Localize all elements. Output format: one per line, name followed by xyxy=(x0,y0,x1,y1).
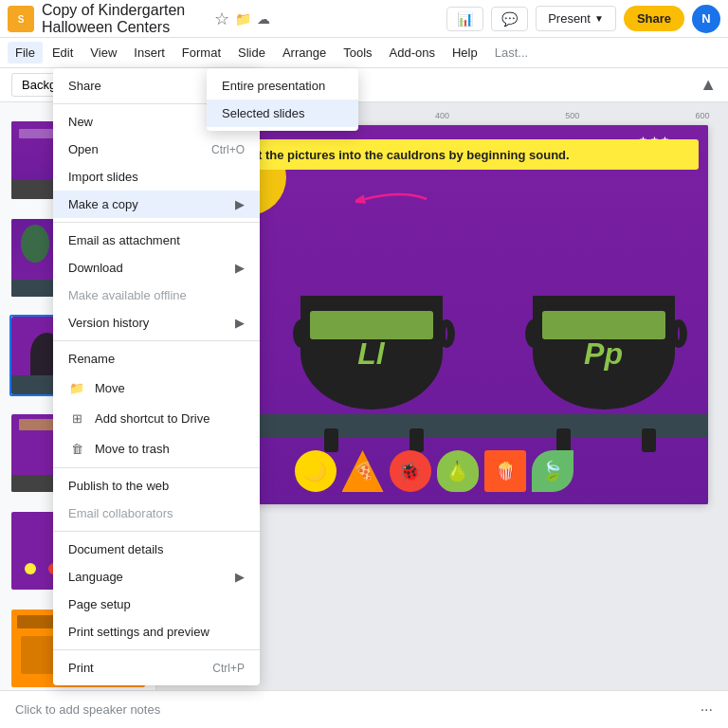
menu-bar: File Edit View Insert Format Slide Arran… xyxy=(0,38,728,68)
make-copy-arrow: ▶ xyxy=(235,197,245,211)
menu-rename[interactable]: Rename xyxy=(53,345,260,373)
speaker-notes[interactable]: Click to add speaker notes ··· xyxy=(0,690,728,728)
menu-sep-2 xyxy=(53,222,260,223)
menu-addons[interactable]: Add-ons xyxy=(382,42,443,64)
menu-add-shortcut[interactable]: ⊞ Add shortcut to Drive xyxy=(53,403,260,433)
move-icon: 📁 xyxy=(68,379,85,396)
app-icon: S xyxy=(8,6,34,32)
menu-print-settings[interactable]: Print settings and preview xyxy=(53,618,260,646)
menu-open[interactable]: Open Ctrl+O xyxy=(53,136,260,163)
menu-import[interactable]: Import slides xyxy=(53,163,260,191)
menu-doc-details[interactable]: Document details xyxy=(53,536,260,563)
drive-icon: ⊞ xyxy=(68,410,85,427)
download-arrow: ▶ xyxy=(235,261,245,275)
sort-item-4[interactable]: 🍐 xyxy=(437,450,479,492)
menu-last[interactable]: Last... xyxy=(487,42,536,64)
menu-format[interactable]: Format xyxy=(174,42,228,64)
sort-item-6[interactable]: 🍃 xyxy=(532,450,573,492)
menu-arrange[interactable]: Arrange xyxy=(275,42,334,64)
menu-help[interactable]: Help xyxy=(445,42,485,64)
collapse-icon[interactable]: ▲ xyxy=(700,75,717,95)
menu-slide[interactable]: Slide xyxy=(230,42,273,64)
menu-sep-3 xyxy=(53,340,260,341)
file-menu: Share New ▶ Open Ctrl+O Import slides Ma… xyxy=(53,68,260,685)
menu-trash[interactable]: 🗑 Move to trash xyxy=(53,433,260,464)
slide-instruction: Sort the pictures into the cauldrons by … xyxy=(237,148,569,162)
menu-sep-4 xyxy=(53,467,260,468)
sort-item-5[interactable]: 🍿 xyxy=(484,450,526,492)
svg-text:S: S xyxy=(18,14,25,25)
sort-item-1[interactable]: 🌙 xyxy=(295,450,337,492)
top-bar: S Copy of Kindergarten Halloween Centers… xyxy=(0,0,728,38)
trash-icon: 🗑 xyxy=(68,440,85,457)
menu-publish[interactable]: Publish to the web xyxy=(53,472,260,500)
menu-email-collab: Email collaborators xyxy=(53,500,260,527)
share-button[interactable]: Share xyxy=(624,6,684,31)
sort-item-2[interactable]: 🍕 xyxy=(342,450,384,492)
menu-version[interactable]: Version history ▶ xyxy=(53,309,260,337)
language-arrow: ▶ xyxy=(235,570,245,584)
title-icons: ☆ 📁 ☁ xyxy=(214,9,270,29)
menu-insert[interactable]: Insert xyxy=(126,42,173,64)
cloud-icon[interactable]: ☁ xyxy=(257,11,270,27)
activity-icon[interactable]: 📊 xyxy=(446,7,483,31)
menu-sep-6 xyxy=(53,649,260,650)
menu-edit[interactable]: Edit xyxy=(45,42,81,64)
menu-download[interactable]: Download ▶ xyxy=(53,254,260,282)
make-copy-submenu: Entire presentation Selected slides xyxy=(207,68,358,131)
submenu-selected-slides[interactable]: Selected slides xyxy=(207,100,358,127)
menu-offline: Make available offline xyxy=(53,282,260,309)
notes-collapse[interactable]: ··· xyxy=(701,701,713,719)
submenu-entire[interactable]: Entire presentation xyxy=(207,72,358,100)
folder-icon[interactable]: 📁 xyxy=(235,11,251,27)
menu-view[interactable]: View xyxy=(82,42,124,64)
star-icon[interactable]: ☆ xyxy=(214,9,229,29)
menu-file[interactable]: File xyxy=(8,42,43,64)
sort-item-3[interactable]: 🐞 xyxy=(390,450,431,492)
menu-move[interactable]: 📁 Move xyxy=(53,373,260,403)
menu-tools[interactable]: Tools xyxy=(336,42,379,64)
menu-make-copy[interactable]: Make a copy ▶ xyxy=(53,191,260,218)
menu-page-setup[interactable]: Page setup xyxy=(53,591,260,618)
version-arrow: ▶ xyxy=(235,316,245,330)
menu-sep-5 xyxy=(53,531,260,532)
menu-email-attachment[interactable]: Email as attachment xyxy=(53,227,260,254)
menu-print[interactable]: Print Ctrl+P xyxy=(53,654,260,682)
avatar: N xyxy=(692,5,720,33)
document-title: Copy of Kindergarten Halloween Centers xyxy=(42,2,210,36)
menu-language[interactable]: Language ▶ xyxy=(53,563,260,591)
comment-icon[interactable]: 💬 xyxy=(491,7,528,31)
present-button[interactable]: Present ▼ xyxy=(536,6,616,31)
